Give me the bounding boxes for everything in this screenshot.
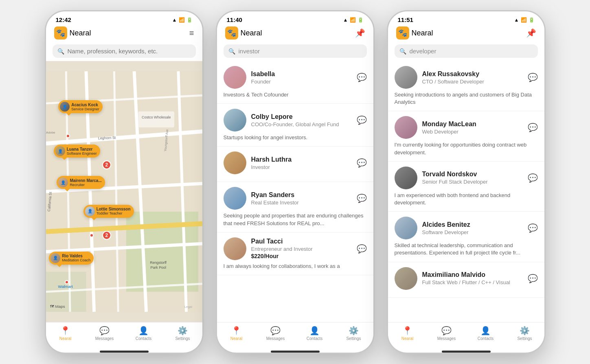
home-indicator-2 [271,351,320,353]
app-logo-1: 🐾 Nearal [54,26,91,39]
info-isabella: Isabella Founder [251,70,352,85]
name-harsh: Harsh Luthra [251,156,352,163]
person-card-harsh[interactable]: Harsh Luthra Investor 💬 [217,147,373,182]
tab-bar-3: 📍 Nearal 💬 Messages 👤 Contacts ⚙️ Settin… [388,322,544,349]
title-isabella: Founder [251,79,352,85]
avatar-torvald [395,167,417,189]
pin-name-rio: Rio Valdes [62,254,90,258]
title-alex: CTO / Software Developer [422,79,523,85]
tab-contacts-2[interactable]: 👤 Contacts [303,326,327,341]
chat-icon-isabella[interactable]: 💬 [357,72,367,82]
tab-nearal-1[interactable]: 📍 Nearal [53,326,78,341]
person-card-torvald[interactable]: Torvald Nordskov Senior Full Stack Devel… [388,162,544,212]
tab-settings-1[interactable]: ⚙️ Settings [171,326,195,341]
person-card-ryan[interactable]: Ryan Sanders Real Estate Investor 💬 Seek… [217,182,373,232]
tab-nearal-3[interactable]: 📍 Nearal [395,326,420,341]
nav-bar-2: 🐾 Nearal 📌 [217,25,373,43]
svg-text:Legal: Legal [184,305,192,309]
tab-messages-3[interactable]: 💬 Messages [434,326,459,341]
title-ryan: Real Estate Investor [251,200,352,206]
svg-text:Rengstorff: Rengstorff [150,261,167,265]
tab-messages-2[interactable]: 💬 Messages [263,326,288,341]
location-icon-2[interactable]: 📌 [355,28,365,38]
search-input-1[interactable] [68,48,191,55]
chat-icon-paul[interactable]: 💬 [357,244,367,254]
search-input-3[interactable] [410,48,533,55]
info-monday: Monday MacLean Web Developer [422,121,523,135]
tab-contacts-1[interactable]: 👤 Contacts [132,326,156,341]
settings-icon-1: ⚙️ [178,326,188,335]
person-card-colby[interactable]: Colby Lepore COO/Co-Founder, Global Ange… [217,104,373,147]
person-card-alex[interactable]: Alex Russakovsky CTO / Software Develope… [388,61,544,111]
location-icon-3[interactable]: 📌 [526,28,536,38]
chat-icon-maximiliano[interactable]: 💬 [528,274,538,283]
chat-icon-ryan[interactable]: 💬 [357,193,367,203]
search-input-2[interactable] [239,48,362,55]
nearal-icon-1: 📍 [60,326,70,335]
home-indicator-3 [442,351,491,353]
chat-icon-harsh[interactable]: 💬 [357,158,367,168]
avatar-harsh [224,151,246,174]
avatar-paul [224,237,246,260]
svg-text:🗺 Maps: 🗺 Maps [50,304,65,309]
wifi-icon-2: 📶 [350,17,356,23]
name-paul: Paul Tacci [251,238,352,245]
tab-label-contacts-3: Contacts [478,336,493,341]
pin-dot-3 [90,233,94,237]
map-pin-acacius[interactable]: 👤 Acacius Kock Service Designer [58,100,103,113]
search-bar-2[interactable]: 🔍 [224,44,367,58]
battery-icon-3: 🔋 [529,17,535,23]
title-torvald: Senior Full Stack Developer [422,179,523,185]
signal-icon: ▲ [172,17,177,23]
tab-contacts-3[interactable]: 👤 Contacts [474,326,498,341]
chat-icon-colby[interactable]: 💬 [357,115,367,125]
name-alcides: Alcides Benitez [422,221,523,228]
svg-text:Leghorn St: Leghorn St [98,136,116,140]
tab-settings-2[interactable]: ⚙️ Settings [342,326,366,341]
map-view[interactable]: Leghorn St California St Youngstorff Ave… [46,61,202,322]
avatar-monday [395,116,417,139]
chat-icon-alcides[interactable]: 💬 [528,223,538,233]
map-pin-mairenn[interactable]: 👤 Mairenn Marca... Recruiter [57,176,105,189]
tab-label-settings-1: Settings [175,336,190,341]
person-card-alcides[interactable]: Alcides Benitez Software Developer 💬 Ski… [388,212,544,262]
bio-monday: I'm currently looking for opportunities … [395,141,538,156]
tab-label-nearal-1: Nearal [59,336,71,341]
rate-paul: $220/Hour [251,253,352,259]
map-pin-luana[interactable]: 👤 Luana Tanzer Software Engineer [54,145,100,158]
pin-avatar-luana: 👤 [55,146,65,156]
map-pin-rio[interactable]: 👤 Rio Valdes Meditation Coach [49,252,94,265]
tab-label-nearal-3: Nearal [401,336,413,341]
logo-icon-2: 🐾 [225,26,238,39]
search-bar-3[interactable]: 🔍 [395,44,538,58]
person-card-paul[interactable]: Paul Tacci Entrepreneur and Investor $22… [217,232,373,275]
person-card-maximiliano[interactable]: Maximiliano Malvido Full Stack Web / Flu… [388,262,544,298]
svg-text:Park Pool: Park Pool [150,265,166,270]
svg-text:Costco Wholesale: Costco Wholesale [142,115,171,119]
phone-map: 12:42 ▲ 📶 🔋 🐾 Nearal ≡ 🔍 [45,10,204,354]
avatar-isabella [224,66,246,89]
tab-label-messages-2: Messages [266,336,285,341]
tab-nearal-2[interactable]: 📍 Nearal [224,326,249,341]
menu-icon-1[interactable]: ≡ [189,29,194,38]
settings-icon-3: ⚙️ [520,326,530,335]
title-paul: Entrepreneur and Investor [251,246,352,252]
person-card-monday[interactable]: Monday MacLean Web Developer 💬 I'm curre… [388,111,544,161]
pin-name-lottie: Lottie Simonsson [97,207,131,211]
nearal-icon-2: 📍 [231,326,241,335]
info-ryan: Ryan Sanders Real Estate Investor [251,191,352,206]
person-card-isabella[interactable]: Isabella Founder 💬 Investors & Tech Cofo… [217,61,373,104]
tab-messages-1[interactable]: 💬 Messages [92,326,117,341]
bio-torvald: I am experienced with both frontend and … [395,192,538,206]
map-pin-lottie[interactable]: 👤 Lottie Simonsson Toddler Teacher [83,205,134,218]
search-icon-2: 🔍 [228,48,235,55]
search-bar-1[interactable]: 🔍 [53,44,196,58]
name-monday: Monday MacLean [422,121,523,128]
tab-settings-3[interactable]: ⚙️ Settings [513,326,537,341]
chat-icon-alex[interactable]: 💬 [528,72,538,82]
logo-icon-3: 🐾 [396,26,409,39]
chat-icon-monday[interactable]: 💬 [528,123,538,132]
info-alcides: Alcides Benitez Software Developer [422,221,523,235]
title-monday: Web Developer [422,129,523,135]
chat-icon-torvald[interactable]: 💬 [528,173,538,183]
